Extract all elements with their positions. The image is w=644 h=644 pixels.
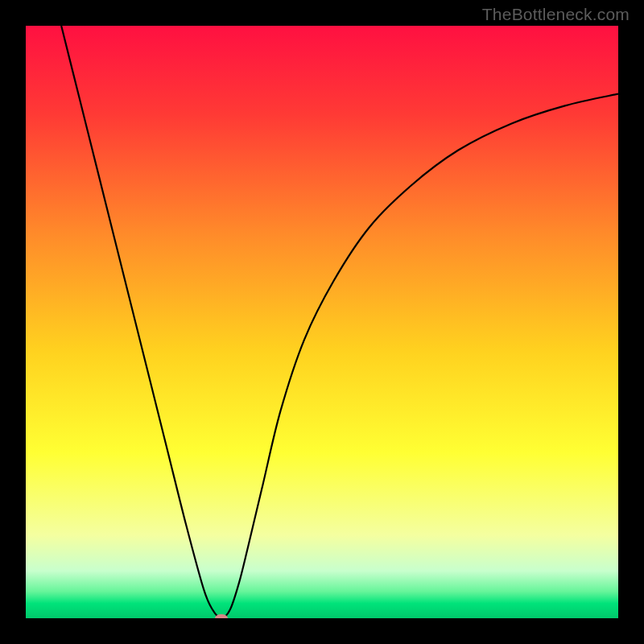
curve-minimum-marker	[215, 614, 228, 618]
bottleneck-curve	[61, 26, 618, 618]
watermark-text: TheBottleneck.com	[482, 5, 630, 24]
chart-curve-layer	[26, 26, 618, 618]
chart-plot-area	[26, 26, 618, 618]
